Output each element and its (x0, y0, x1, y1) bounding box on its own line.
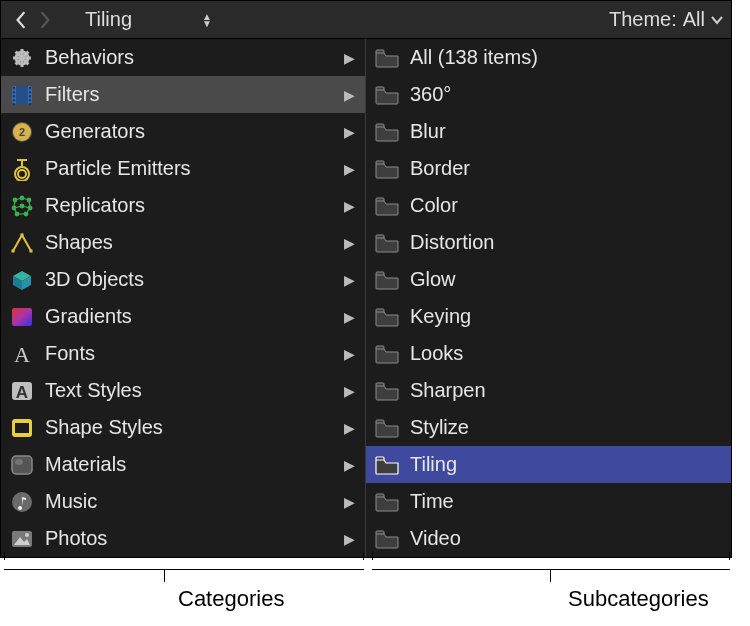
category-label: Gradients (45, 305, 341, 328)
folder-icon (372, 525, 402, 553)
stepper-icon: ▲▼ (202, 13, 212, 27)
category-row[interactable]: AText Styles▶ (1, 372, 365, 409)
category-row[interactable]: Replicators▶ (1, 187, 365, 224)
folder-icon (372, 118, 402, 146)
folder-icon (372, 303, 402, 331)
category-row[interactable]: Shape Styles▶ (1, 409, 365, 446)
folder-icon (372, 81, 402, 109)
disclosure-triangle-icon: ▶ (341, 346, 357, 362)
text-style-icon: A (7, 377, 37, 405)
folder-icon (372, 229, 402, 257)
library-panel: Tiling ▲▼ Theme: All Behaviors▶Filters▶2… (0, 0, 732, 558)
category-label: Text Styles (45, 379, 341, 402)
category-label: 3D Objects (45, 268, 341, 291)
back-button[interactable] (9, 8, 33, 32)
category-row[interactable]: AFonts▶ (1, 335, 365, 372)
subcategory-row[interactable]: Glow (366, 261, 731, 298)
disclosure-triangle-icon: ▶ (341, 272, 357, 288)
shape-style-icon (7, 414, 37, 442)
subcategory-label: All (138 items) (410, 46, 723, 69)
subcategory-label: Distortion (410, 231, 723, 254)
shape-icon (7, 229, 37, 257)
category-row[interactable]: Photos▶ (1, 520, 365, 557)
category-row[interactable]: Materials▶ (1, 446, 365, 483)
subcategory-label: Stylize (410, 416, 723, 439)
subcategory-row[interactable]: Video (366, 520, 731, 557)
filmstrip-icon (7, 81, 37, 109)
svg-rect-11 (16, 86, 28, 104)
svg-rect-19 (29, 99, 31, 101)
categories-annotation-label: Categories (178, 586, 284, 612)
category-row[interactable]: 3D Objects▶ (1, 261, 365, 298)
disclosure-triangle-icon: ▶ (341, 161, 357, 177)
subcategory-row[interactable]: Stylize (366, 409, 731, 446)
subcategories-bracket (372, 560, 730, 582)
category-row[interactable]: Particle Emitters▶ (1, 150, 365, 187)
category-row[interactable]: Filters▶ (1, 76, 365, 113)
disclosure-triangle-icon: ▶ (341, 50, 357, 66)
svg-rect-57 (15, 423, 29, 433)
svg-rect-47 (21, 233, 24, 236)
forward-button[interactable] (33, 8, 57, 32)
subcategories-annotation-label: Subcategories (568, 586, 709, 612)
category-label: Particle Emitters (45, 157, 341, 180)
chevron-down-icon (711, 12, 723, 28)
disclosure-triangle-icon: ▶ (341, 420, 357, 436)
category-row[interactable]: 2Generators▶ (1, 113, 365, 150)
theme-label: Theme: (609, 8, 677, 31)
path-popup[interactable]: Tiling ▲▼ (85, 8, 212, 31)
category-row[interactable]: Gradients▶ (1, 298, 365, 335)
subcategory-label: Looks (410, 342, 723, 365)
font-a-icon: A (7, 340, 37, 368)
category-row[interactable]: Shapes▶ (1, 224, 365, 261)
subcategory-row[interactable]: Sharpen (366, 372, 731, 409)
chevron-right-icon (38, 11, 52, 29)
subcategory-row[interactable]: Looks (366, 335, 731, 372)
svg-rect-16 (13, 95, 15, 97)
svg-text:2: 2 (19, 126, 25, 138)
cube3d-icon (7, 266, 37, 294)
emitter-icon (7, 155, 37, 183)
svg-rect-15 (29, 91, 31, 93)
subcategory-label: Video (410, 527, 723, 550)
theme-popup[interactable]: Theme: All (609, 8, 723, 31)
folder-icon (372, 44, 402, 72)
subcategory-label: Keying (410, 305, 723, 328)
svg-rect-52 (12, 308, 32, 326)
gradient-icon (7, 303, 37, 331)
folder-icon (372, 414, 402, 442)
subcategory-row[interactable]: Color (366, 187, 731, 224)
category-label: Generators (45, 120, 341, 143)
subcategory-row[interactable]: Time (366, 483, 731, 520)
svg-rect-18 (13, 99, 15, 101)
photos-icon (7, 525, 37, 553)
category-row[interactable]: Music▶ (1, 483, 365, 520)
replicator-icon (7, 192, 37, 220)
browser-columns: Behaviors▶Filters▶2Generators▶Particle E… (1, 39, 731, 557)
disclosure-triangle-icon: ▶ (341, 198, 357, 214)
subcategory-label: Tiling (410, 453, 723, 476)
subcategory-row[interactable]: 360° (366, 76, 731, 113)
category-label: Replicators (45, 194, 341, 217)
disclosure-triangle-icon: ▶ (341, 124, 357, 140)
category-label: Fonts (45, 342, 341, 365)
subcategory-row[interactable]: Keying (366, 298, 731, 335)
subcategory-row[interactable]: Border (366, 150, 731, 187)
subcategory-row[interactable]: Distortion (366, 224, 731, 261)
svg-rect-20 (13, 103, 15, 105)
subcategory-row[interactable]: Tiling (366, 446, 731, 483)
svg-rect-48 (30, 249, 33, 252)
folder-icon (372, 192, 402, 220)
category-label: Photos (45, 527, 341, 550)
path-title: Tiling (85, 8, 132, 31)
annotations: Categories Subcategories (0, 560, 732, 620)
svg-point-64 (25, 533, 29, 537)
category-label: Shape Styles (45, 416, 341, 439)
disclosure-triangle-icon: ▶ (341, 531, 357, 547)
subcategory-row[interactable]: All (138 items) (366, 39, 731, 76)
subcategory-row[interactable]: Blur (366, 113, 731, 150)
category-label: Filters (45, 83, 341, 106)
category-label: Music (45, 490, 341, 513)
folder-icon (372, 451, 402, 479)
category-row[interactable]: Behaviors▶ (1, 39, 365, 76)
